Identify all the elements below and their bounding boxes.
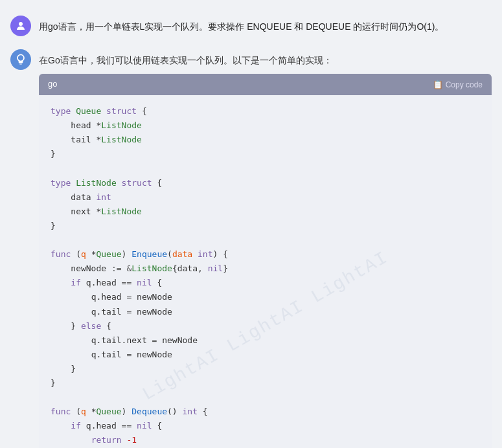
code-content: type Queue struct { head *ListNode tail … [51,104,480,448]
code-block-wrapper: go 📋 Copy code LightAI LightAI LightAI t… [39,74,492,448]
code-body: LightAI LightAI LightAI type Queue struc… [39,95,492,448]
user-message-row: 用go语言，用一个单链表L实现一个队列。要求操作 ENQUEUE 和 DEQUE… [0,10,502,41]
user-message-text: 用go语言，用一个单链表L实现一个队列。要求操作 ENQUEUE 和 DEQUE… [39,16,492,34]
copy-code-button[interactable]: 📋 Copy code [433,80,483,89]
code-lang-label: go [48,78,57,91]
ai-message-content: 在Go语言中，我们可以使用链表实现一个队列。以下是一个简单的实现： go 📋 C… [39,49,492,448]
copy-label: Copy code [446,80,483,89]
svg-point-0 [19,22,23,26]
ai-intro-text: 在Go语言中，我们可以使用链表实现一个队列。以下是一个简单的实现： [39,53,492,67]
ai-avatar [10,49,31,70]
user-avatar [10,16,31,36]
ai-message-row: 在Go语言中，我们可以使用链表实现一个队列。以下是一个简单的实现： go 📋 C… [0,44,502,448]
copy-icon: 📋 [433,80,443,89]
code-header: go 📋 Copy code [39,74,492,95]
chat-container: 用go语言，用一个单链表L实现一个队列。要求操作 ENQUEUE 和 DEQUE… [0,0,502,448]
